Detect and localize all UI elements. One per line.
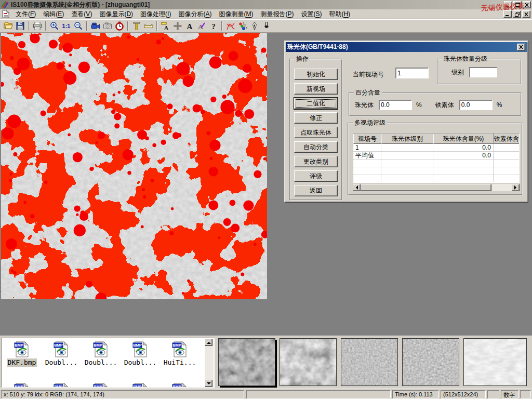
caliper-measure-button[interactable] [130,20,142,32]
correct-button[interactable]: 修正 [294,112,338,124]
pearlite-label: 珠光体 [355,101,374,110]
thumbnail-3[interactable] [341,338,398,386]
scroll-down-button[interactable] [205,380,212,387]
rate-button[interactable]: 评级 [294,170,338,182]
table-row[interactable]: 1 0.0 [353,144,519,152]
binarize-button[interactable]: 二值化 [294,98,338,109]
table-row-average[interactable]: 平均值 0.0 [353,152,519,159]
thumbnail-1[interactable] [218,338,275,386]
menu-image-processing[interactable]: 图像处理(I) [137,9,175,20]
file-name[interactable]: HuiTi... [163,358,197,367]
menu-image-analysis[interactable]: 图像分析(A) [175,9,215,20]
bmp-file-icon [171,382,188,388]
file-item-clipped[interactable] [42,382,81,388]
file-item-clipped[interactable] [2,382,42,388]
restore-icon [515,12,520,17]
file-name[interactable]: Doubl... [44,358,79,367]
menu-image-display[interactable]: 图像显示(D) [96,9,137,20]
zoom-out-button[interactable] [72,20,84,32]
file-item[interactable]: Doubl... [121,341,160,380]
mdi-minimize-button[interactable] [503,10,512,18]
phase-count-button[interactable]: 1 2 3 [236,20,248,32]
measure-annotation-button[interactable]: A [159,20,171,32]
dialog-title-bar[interactable]: 珠光体(GB/T9441-88) [286,42,527,52]
change-class-button[interactable]: 更改类别 [294,156,338,167]
minimize-button[interactable] [504,1,512,8]
empty-status-panel [487,390,499,398]
current-field-input[interactable] [395,68,429,78]
text-tool-button[interactable]: A [183,20,195,32]
level-input[interactable] [469,67,497,77]
thumbnail-5[interactable] [463,338,527,386]
curve-tool-button[interactable] [224,20,236,32]
column-header-pearlite-content[interactable]: 珠光体含量(%) [433,134,494,144]
file-item[interactable]: HuiTi... [160,341,200,380]
edit-annotation-button[interactable]: A [195,20,207,32]
table-horizontal-scrollbar[interactable] [353,184,520,191]
column-header-pearlite-grade[interactable]: 珠光体级别 [381,134,433,144]
move-tool-button[interactable] [171,20,183,32]
thumbnail-4[interactable] [402,338,459,386]
mdi-restore-button[interactable] [513,10,521,18]
document-icon [2,10,10,18]
menu-view[interactable]: 查看(V) [68,9,96,20]
mode-panel: 数字 [501,390,518,398]
file-item[interactable]: DKF.bmp [2,341,42,380]
menu-measure-report[interactable]: 测量报告(P) [257,9,297,20]
initialize-button[interactable]: 初始化 [294,69,338,80]
column-header-ferrite-content[interactable]: 铁素体含量(%) [494,134,520,144]
scroll-up-button[interactable] [205,339,212,346]
new-field-button[interactable]: 新视场 [294,83,338,95]
auto-classify-button[interactable]: 自动分类 [294,141,338,153]
pen-tool-icon [250,21,259,31]
svg-text:?: ? [211,22,216,31]
ruler-measure-button[interactable] [142,20,154,32]
thumbnail-2[interactable] [280,338,337,386]
menu-settings[interactable]: 设置(S) [297,9,325,20]
pearlite-percent-input[interactable] [379,100,412,110]
toolbar-separator [221,21,222,31]
scrollbar-thumb[interactable] [361,184,491,191]
save-button[interactable] [14,20,26,32]
timer-button[interactable] [113,20,125,32]
file-list-scrollbar[interactable] [205,339,214,387]
micrograph-image[interactable] [1,33,267,299]
pick-pearlite-button[interactable]: 点取珠光体 [294,127,338,138]
zoom-in-button[interactable] [48,20,60,32]
mdi-workspace: 珠光体(GB/T9441-88) 操作 初始化 新视场 二值化 修正 点取珠光体… [0,33,532,336]
file-item-clipped[interactable] [121,382,160,388]
toolbar-separator [28,21,29,31]
scroll-left-button[interactable] [353,184,361,191]
file-item-clipped[interactable] [160,382,200,388]
close-button[interactable] [523,1,531,8]
pen-tool-button[interactable] [248,20,260,32]
empty-status-panel [246,390,391,398]
brush-tool-button[interactable] [260,20,272,32]
file-name[interactable]: Doubl... [84,358,118,367]
file-item[interactable]: Doubl... [42,341,81,380]
menu-image-measure[interactable]: 图像测量(M) [215,9,257,20]
maximize-button[interactable] [513,1,522,8]
file-name[interactable]: DKF.bmp [7,358,37,367]
print-button[interactable] [31,20,43,32]
help-button[interactable]: ? [207,20,219,32]
video-capture-button[interactable] [89,20,101,32]
return-button[interactable]: 返回 [294,185,338,196]
rating-table-header: 视场号 珠光体级别 珠光体含量(%) 铁素体含量(%) [353,134,519,144]
file-item-clipped[interactable] [81,382,121,388]
menu-file[interactable]: 文件(F) [12,9,39,20]
menu-edit[interactable]: 编辑(E) [39,9,68,20]
dialog-close-button[interactable] [517,44,525,51]
zoom-actual-size-button[interactable]: 1:1 [60,20,72,32]
right-arrow-icon [514,185,518,190]
open-button[interactable] [2,20,14,32]
print-icon [33,21,42,31]
file-item[interactable]: Doubl... [81,341,121,380]
mdi-close-button[interactable] [522,10,530,18]
file-name[interactable]: Doubl... [123,358,158,367]
camera-capture-button[interactable] [101,20,113,32]
scroll-right-button[interactable] [512,184,520,191]
menu-help[interactable]: 帮助(H) [325,9,354,20]
ferrite-percent-input[interactable] [459,100,493,110]
column-header-field-no[interactable]: 视场号 [353,134,381,144]
